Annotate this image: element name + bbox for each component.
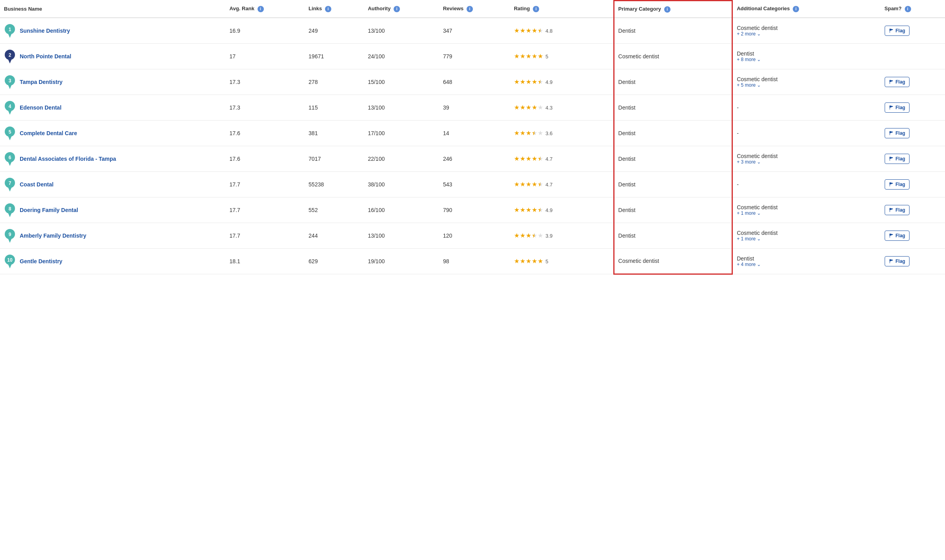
rating-cell: ★★★★★★4.7 — [510, 146, 614, 171]
additional-more-link[interactable]: + 2 more ⌄ — [737, 31, 876, 37]
avgrank-info-icon[interactable]: i — [258, 6, 264, 12]
authority-cell: 38/100 — [364, 171, 439, 197]
business-name-wrapper: 7 Coast Dental — [4, 177, 222, 192]
business-name-link[interactable]: Gentle Dentistry — [20, 258, 62, 264]
reviews-cell: 14 — [439, 120, 510, 146]
star-full: ★ — [526, 232, 531, 239]
svg-text:3: 3 — [9, 78, 11, 84]
business-name-cell: 10 Gentle Dentistry — [0, 248, 226, 274]
rating-number: 5 — [545, 259, 548, 264]
rating-cell: ★★★★★★4.8 — [510, 18, 614, 44]
flag-button[interactable]: Flag — [885, 77, 910, 87]
star-half: ★★ — [532, 232, 537, 239]
reviews-cell: 120 — [439, 223, 510, 248]
authority-cell: 17/100 — [364, 120, 439, 146]
rating-cell: ★★★★★5 — [510, 248, 614, 274]
additional-more-link[interactable]: + 1 more ⌄ — [737, 236, 876, 242]
reviews-info-icon[interactable]: i — [467, 6, 473, 12]
star-full: ★ — [514, 104, 519, 111]
svg-marker-11 — [7, 109, 12, 115]
additional-categories-cell: Dentist+ 4 more ⌄ — [732, 248, 881, 274]
star-rating: ★★★★★★ — [514, 180, 543, 188]
rating-number: 4.3 — [545, 105, 553, 111]
business-name-link[interactable]: Amberly Family Dentistry — [20, 233, 86, 239]
business-name-link[interactable]: Dental Associates of Florida - Tampa — [20, 156, 116, 162]
spam-info-icon[interactable]: i — [905, 6, 911, 12]
table-row: 5 Complete Dental Care 17.638117/10014★★… — [0, 120, 945, 146]
flag-button[interactable]: Flag — [885, 26, 910, 36]
business-name-link[interactable]: Edenson Dental — [20, 104, 62, 111]
flag-button[interactable]: Flag — [885, 179, 910, 190]
additional-categories-info-icon[interactable]: i — [793, 6, 799, 12]
business-name-link[interactable]: North Pointe Dental — [20, 53, 71, 60]
rating-number: 4.9 — [545, 207, 553, 213]
primary-category-cell: Dentist — [614, 120, 732, 146]
additional-category-main: - — [737, 104, 739, 111]
additional-category-main: Cosmetic dentist — [737, 153, 777, 159]
flag-button[interactable]: Flag — [885, 102, 910, 113]
rank-pin: 9 — [4, 229, 16, 243]
authority-cell: 24/100 — [364, 43, 439, 69]
star-full: ★ — [532, 52, 537, 60]
star-full: ★ — [532, 180, 537, 188]
star-rating: ★★★★★ — [514, 52, 543, 60]
avg-rank-cell: 17.7 — [226, 197, 305, 223]
links-cell: 552 — [304, 197, 364, 223]
additional-more-link[interactable]: + 4 more ⌄ — [737, 262, 876, 267]
table-row: 3 Tampa Dentistry 17.327815/100648★★★★★★… — [0, 69, 945, 95]
avg-rank-cell: 18.1 — [226, 248, 305, 274]
primary-category-cell: Dentist — [614, 197, 732, 223]
star-full: ★ — [514, 129, 519, 137]
flag-button[interactable]: Flag — [885, 154, 910, 164]
additional-more-link[interactable]: + 1 more ⌄ — [737, 210, 876, 216]
svg-text:8: 8 — [9, 206, 11, 212]
flag-button[interactable]: Flag — [885, 256, 910, 266]
business-name-wrapper: 10 Gentle Dentistry — [4, 254, 222, 268]
links-info-icon[interactable]: i — [325, 6, 331, 12]
col-header-primary-category: Primary Category i — [614, 1, 732, 18]
svg-text:4: 4 — [9, 104, 11, 109]
business-name-link[interactable]: Complete Dental Care — [20, 130, 77, 136]
additional-categories-cell: - — [732, 95, 881, 120]
business-name-link[interactable]: Tampa Dentistry — [20, 79, 63, 85]
rating-number: 4.7 — [545, 182, 553, 188]
flag-button[interactable]: Flag — [885, 128, 910, 138]
business-name-cell: 1 Sunshine Dentistry — [0, 18, 226, 44]
pin-svg: 4 — [4, 100, 16, 115]
flag-button[interactable]: Flag — [885, 231, 910, 241]
business-name-link[interactable]: Doering Family Dental — [20, 207, 78, 213]
business-name-link[interactable]: Sunshine Dentistry — [20, 28, 70, 34]
additional-category-main: Cosmetic dentist — [737, 230, 777, 236]
table-row: 4 Edenson Dental 17.311513/10039★★★★★4.3… — [0, 95, 945, 120]
spam-cell: Flag — [881, 223, 945, 248]
rating-info-icon[interactable]: i — [533, 6, 539, 12]
spam-cell — [881, 43, 945, 69]
flag-icon — [889, 80, 894, 84]
additional-more-link[interactable]: + 8 more ⌄ — [737, 57, 876, 62]
additional-more-link[interactable]: + 5 more ⌄ — [737, 82, 876, 88]
flag-button[interactable]: Flag — [885, 205, 910, 215]
star-full: ★ — [532, 206, 537, 214]
star-full: ★ — [532, 155, 537, 162]
star-full: ★ — [538, 52, 543, 60]
primary-category-info-icon[interactable]: i — [664, 6, 670, 13]
col-header-spam: Spam? i — [881, 1, 945, 18]
rating-cell: ★★★★★★4.9 — [510, 69, 614, 95]
pin-svg: 2 — [4, 49, 16, 64]
reviews-cell: 246 — [439, 146, 510, 171]
rating-number: 3.6 — [545, 130, 553, 136]
avg-rank-cell: 17.7 — [226, 171, 305, 197]
rating-cell: ★★★★★★3.6 — [510, 120, 614, 146]
star-full: ★ — [526, 52, 531, 60]
business-name-cell: 7 Coast Dental — [0, 171, 226, 197]
business-name-wrapper: 9 Amberly Family Dentistry — [4, 229, 222, 243]
business-name-link[interactable]: Coast Dental — [20, 181, 54, 188]
additional-category-main: Dentist — [737, 255, 754, 262]
authority-info-icon[interactable]: i — [394, 6, 400, 12]
star-full: ★ — [538, 257, 543, 265]
spam-cell: Flag — [881, 171, 945, 197]
additional-more-link[interactable]: + 3 more ⌄ — [737, 159, 876, 165]
star-full: ★ — [514, 52, 519, 60]
star-rating: ★★★★★★ — [514, 232, 543, 239]
primary-category-cell: Dentist — [614, 18, 732, 44]
